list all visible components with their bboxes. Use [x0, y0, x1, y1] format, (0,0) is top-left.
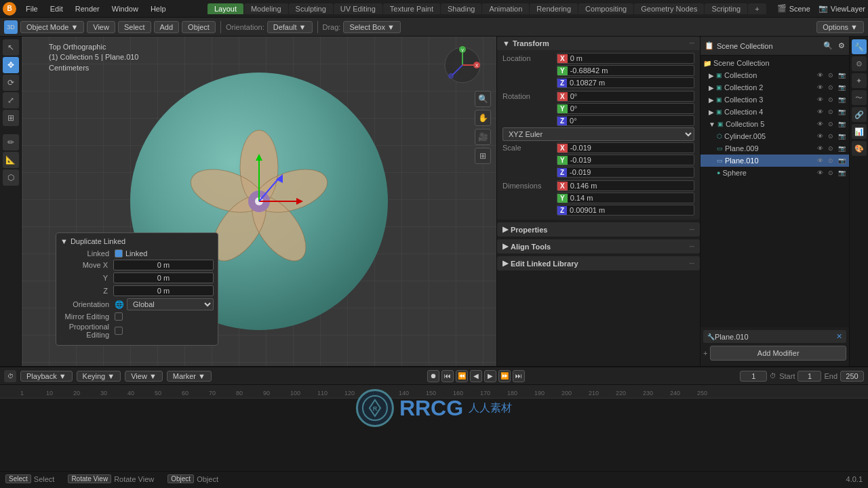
scale-x-input[interactable] [568, 143, 694, 152]
menu-edit[interactable]: Edit [45, 3, 68, 14]
tab-add[interactable]: + [748, 3, 766, 14]
dimensions-x-field[interactable]: X [557, 180, 694, 191]
rotation-y-field[interactable]: Y [557, 103, 694, 114]
outliner-item-plane-009[interactable]: ▭ Plane.009 👁 ⊙ 📷 [701, 142, 849, 155]
object-menu-btn[interactable]: Object [182, 21, 216, 33]
location-x-input[interactable] [568, 54, 694, 63]
scale-tool-btn[interactable]: ⤢ [3, 92, 19, 108]
modifier-close-btn[interactable]: ✕ [836, 332, 842, 341]
cylinder-render-btn[interactable]: 📷 [837, 131, 846, 141]
view-menu-btn[interactable]: View [87, 21, 115, 33]
tab-compositing[interactable]: Compositing [578, 3, 633, 14]
collection-2-render-btn[interactable]: 📷 [837, 83, 846, 92]
rotation-z-input[interactable] [567, 116, 694, 125]
viewport[interactable]: Top Orthographic (1) Collection 5 | Plan… [22, 37, 496, 366]
move-x-input[interactable] [113, 260, 214, 270]
object-mode-btn[interactable]: Object Mode ▼ [20, 21, 84, 33]
dimensions-x-input[interactable] [568, 181, 694, 190]
rotation-x-input[interactable] [568, 92, 694, 101]
jump-start-btn[interactable]: ⏮ [441, 370, 454, 382]
modifier-props-icon[interactable]: ⚙ [852, 56, 867, 71]
frame-start-input[interactable] [797, 371, 821, 382]
navigation-gizmo[interactable]: Y X [442, 45, 483, 85]
material-props-icon[interactable]: 🎨 [852, 141, 867, 156]
zoom-btn[interactable]: 🔍 [475, 91, 491, 107]
collection-4-vis-btn[interactable]: 👁 [815, 107, 825, 117]
pan-btn[interactable]: ✋ [475, 110, 491, 126]
orientation-select[interactable]: Global Local Normal [127, 298, 214, 310]
collection-render-btn[interactable]: 📷 [837, 70, 846, 80]
outliner-item-collection-2[interactable]: ▶ ▣ Collection 2 👁 ⊙ 📷 [701, 81, 849, 94]
frame-end-input[interactable] [840, 371, 864, 382]
record-btn[interactable]: ⏺ [427, 370, 439, 382]
outliner-scene-collection[interactable]: 📁 Scene Collection [701, 57, 849, 69]
object-props-icon[interactable]: 🔧 [852, 39, 867, 54]
annotate-tool-btn[interactable]: ✏ [3, 134, 19, 150]
transform-header[interactable]: ▼ Transform ··· [497, 37, 700, 50]
tab-shading[interactable]: Shading [441, 3, 481, 14]
scale-z-input[interactable] [567, 167, 694, 177]
linked-checkbox[interactable] [115, 249, 123, 258]
location-z-input[interactable] [567, 78, 694, 87]
playback-btn[interactable]: Playback ▼ [20, 371, 73, 382]
outliner-item-collection-4[interactable]: ▶ ▣ Collection 4 👁 ⊙ 📷 [701, 106, 849, 118]
scale-x-field[interactable]: X [557, 142, 694, 153]
marker-btn[interactable]: Marker ▼ [167, 371, 212, 382]
collection-vis-btn[interactable]: 👁 [815, 70, 825, 80]
tab-geometry-nodes[interactable]: Geometry Nodes [634, 3, 704, 14]
rotation-x-field[interactable]: X [557, 91, 694, 102]
physics-props-icon[interactable]: 〜 [852, 90, 867, 105]
dimensions-y-input[interactable] [568, 193, 694, 203]
location-y-field[interactable]: Y [557, 65, 694, 76]
collection-2-sel-btn[interactable]: ⊙ [826, 83, 835, 92]
dimensions-y-field[interactable]: Y [557, 192, 694, 203]
play-reverse-btn[interactable]: ◀ [470, 370, 482, 382]
plane-010-render-btn[interactable]: 📷 [837, 156, 846, 165]
align-tools-header[interactable]: ▶ Align Tools ··· [497, 239, 700, 253]
location-x-field[interactable]: X [557, 53, 694, 64]
plane-009-render-btn[interactable]: 📷 [837, 144, 846, 153]
tab-texture-paint[interactable]: Texture Paint [383, 3, 440, 14]
move-tool-btn[interactable]: ✥ [3, 57, 19, 73]
timeline-view-btn[interactable]: View ▼ [125, 371, 163, 382]
outliner-item-cylinder-005[interactable]: ⬡ Cylinder.005 👁 ⊙ 📷 [701, 130, 849, 142]
select-menu-btn[interactable]: Select [118, 21, 151, 33]
edit-linked-library-header[interactable]: ▶ Edit Linked Library ··· [497, 256, 700, 270]
outliner-item-collection-5[interactable]: ▼ ▣ Collection 5 👁 ⊙ 📷 [701, 118, 849, 130]
jump-end-btn[interactable]: ⏭ [513, 370, 525, 382]
collection-3-render-btn[interactable]: 📷 [837, 95, 846, 104]
add-cube-tool-btn[interactable]: ⬡ [3, 169, 19, 186]
align-tools-options[interactable]: ··· [689, 243, 694, 250]
options-btn[interactable]: Options ▼ [816, 21, 864, 33]
edit-linked-options[interactable]: ··· [689, 260, 694, 267]
outliner-search-icon[interactable]: 🔍 [823, 41, 833, 50]
tab-rendering[interactable]: Rendering [530, 3, 578, 14]
collection-5-render-btn[interactable]: 📷 [837, 119, 846, 129]
rotation-z-field[interactable]: Z [557, 115, 694, 126]
plane-009-sel-btn[interactable]: ⊙ [826, 144, 835, 153]
add-menu-btn[interactable]: Add [154, 21, 180, 33]
current-frame-input[interactable] [740, 371, 767, 382]
scale-y-field[interactable]: Y [557, 155, 694, 165]
plane-010-sel-btn[interactable]: ⊙ [826, 156, 835, 165]
tab-animation[interactable]: Animation [482, 3, 529, 14]
scale-y-input[interactable] [568, 155, 694, 165]
add-modifier-btn[interactable]: Add Modifier [710, 346, 846, 361]
dimensions-z-field[interactable]: Z [557, 205, 694, 216]
mirror-checkbox[interactable] [115, 312, 123, 321]
select-tool-btn[interactable]: ↖ [3, 39, 19, 56]
rotation-y-input[interactable] [568, 104, 694, 113]
keying-btn[interactable]: Keying ▼ [77, 371, 121, 382]
measure-tool-btn[interactable]: 📐 [3, 152, 19, 168]
camera-btn[interactable]: 🎥 [475, 129, 491, 145]
proportional-checkbox[interactable] [115, 327, 123, 335]
tab-scripting[interactable]: Scripting [705, 3, 747, 14]
collection-5-vis-btn[interactable]: 👁 [815, 119, 825, 129]
data-props-icon[interactable]: 📊 [852, 124, 867, 139]
location-y-input[interactable] [568, 66, 694, 75]
particles-props-icon[interactable]: ✦ [852, 73, 867, 88]
menu-window[interactable]: Window [106, 3, 144, 14]
plane-010-vis-btn[interactable]: 👁 [815, 156, 825, 165]
drag-btn[interactable]: Select Box ▼ [343, 21, 400, 33]
collection-3-sel-btn[interactable]: ⊙ [826, 95, 835, 104]
